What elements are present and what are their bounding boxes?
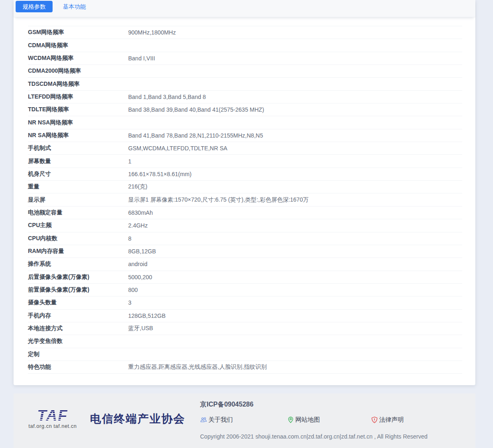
spec-label: 特色功能 xyxy=(28,363,128,371)
org-name: 电信终端产业协会 xyxy=(90,411,185,426)
spec-value: Band 38,Band 39,Band 40,Band 41(2575-263… xyxy=(128,106,264,113)
spec-label: WCDMA网络频率 xyxy=(28,55,128,62)
table-row: 手机制式 GSM,WCDMA,LTEFDD,TDLTE,NR SA xyxy=(28,142,462,155)
spec-label: CPU内核数 xyxy=(28,235,128,242)
table-row: 摄像头数量 3 xyxy=(28,296,462,309)
spec-label: 前置摄像头像素(万像素) xyxy=(28,286,128,294)
table-row: 机身尺寸 166.61×78.51×8.61(mm) xyxy=(28,168,462,181)
table-row: LTEFDD网络频率 Band 1,Band 3,Band 5,Band 8 xyxy=(28,91,462,103)
spec-label: TDSCDMA网络频率 xyxy=(28,80,128,88)
taf-logo: TAF taf.org.cn taf.net.cn xyxy=(22,408,83,429)
table-row: NR SA网络频率 Band 41,Band 78,Band 28,N1,211… xyxy=(28,129,462,142)
spec-label: CDMA网络频率 xyxy=(28,42,128,49)
spec-label: NR NSA网络频率 xyxy=(28,119,128,126)
spec-value: 800 xyxy=(128,287,138,293)
table-row: 本地连接方式 蓝牙,USB xyxy=(28,322,462,335)
spec-label: 后置摄像头像素(万像素) xyxy=(28,273,128,281)
spec-label: 定制 xyxy=(28,351,128,358)
location-pin-icon xyxy=(287,416,294,423)
table-row: 操作系统 android xyxy=(28,258,462,271)
footer-link-legal[interactable]: 法律声明 xyxy=(371,416,404,424)
spec-label: 操作系统 xyxy=(28,260,128,268)
spec-label: 手机内存 xyxy=(28,312,128,319)
spec-value: 8GB,12GB xyxy=(128,248,156,255)
table-row: 电池额定容量 6830mAh xyxy=(28,207,462,219)
copyright-text: Copyright 2006-2021 shouji.tenaa.com.cn|… xyxy=(200,433,428,440)
spec-label: GSM网络频率 xyxy=(28,29,128,36)
spec-value: 8 xyxy=(128,235,131,242)
footer-link-sitemap[interactable]: 网站地图 xyxy=(287,416,320,424)
table-row: WCDMA网络频率 Band I,VIII xyxy=(28,52,462,65)
taf-logo-text: TAF xyxy=(37,408,68,423)
spec-label: 本地连接方式 xyxy=(28,325,128,332)
table-row: 特色功能 重力感应器,距离感应器,光线感应器,人脸识别,指纹识别 xyxy=(28,361,462,374)
spec-value: Band 1,Band 3,Band 5,Band 8 xyxy=(128,94,206,100)
footer: TAF taf.org.cn taf.net.cn 电信终端产业协会 京ICP备… xyxy=(14,393,475,448)
tab-bar: 规格参数 基本功能 xyxy=(14,0,475,17)
spec-value: android xyxy=(128,261,147,267)
tab-spec-params[interactable]: 规格参数 xyxy=(16,1,53,12)
spec-label: NR SA网络频率 xyxy=(28,132,128,139)
table-row: 光学变焦倍数 xyxy=(28,335,462,348)
table-row: 手机内存 128GB,512GB xyxy=(28,310,462,322)
table-row: TDSCDMA网络频率 xyxy=(28,78,462,90)
table-row: CDMA2000网络频率 xyxy=(28,65,462,78)
spec-label: 显示屏 xyxy=(28,196,128,204)
table-row: 前置摄像头像素(万像素) 800 xyxy=(28,284,462,296)
spec-label: 手机制式 xyxy=(28,145,128,152)
table-row: 定制 xyxy=(28,348,462,361)
table-row: 显示屏 显示屏1 屏幕像素:1570×720,尺寸:6.75 (英寸),类型:,… xyxy=(28,193,462,206)
table-row: NR NSA网络频率 xyxy=(28,116,462,129)
table-row: GSM网络频率 900MHz,1800MHz xyxy=(28,26,462,39)
table-row: 重量 216(克) xyxy=(28,181,462,193)
spec-value: 6830mAh xyxy=(128,209,153,216)
icp-number: 京ICP备09045286 xyxy=(200,400,253,409)
footer-link-label: 网站地图 xyxy=(295,416,320,424)
spec-card: 规格参数 基本功能 GSM网络频率 900MHz,1800MHz CDMA网络频… xyxy=(14,0,475,385)
footer-link-label: 关于我们 xyxy=(208,416,233,424)
footer-link-label: 法律声明 xyxy=(379,416,404,424)
footer-link-about[interactable]: 关于我们 xyxy=(200,416,233,424)
spec-value: 5000,200 xyxy=(128,274,152,280)
spec-value: 128GB,512GB xyxy=(128,312,166,319)
spec-value: 900MHz,1800MHz xyxy=(128,29,176,36)
table-row: TDLTE网络频率 Band 38,Band 39,Band 40,Band 4… xyxy=(28,103,462,116)
spec-label: 机身尺寸 xyxy=(28,170,128,178)
table-row: 屏幕数量 1 xyxy=(28,155,462,168)
table-row: CPU内核数 8 xyxy=(28,232,462,245)
spec-table: GSM网络频率 900MHz,1800MHz CDMA网络频率 WCDMA网络频… xyxy=(28,26,462,374)
spec-value: Band I,VIII xyxy=(128,55,155,62)
spec-label: CPU主频 xyxy=(28,222,128,229)
spec-value: Band 41,Band 78,Band 28,N1,2110-2155MHz,… xyxy=(128,132,263,139)
spec-value: 蓝牙,USB xyxy=(128,325,153,332)
users-icon xyxy=(200,416,207,423)
spec-value: 1 xyxy=(128,158,131,165)
tab-basic-functions[interactable]: 基本功能 xyxy=(56,1,93,12)
spec-label: 屏幕数量 xyxy=(28,158,128,165)
spec-value: 166.61×78.51×8.61(mm) xyxy=(128,171,191,177)
table-row: CPU主频 2.4GHz xyxy=(28,219,462,232)
shield-warning-icon xyxy=(371,416,378,423)
spec-label: LTEFDD网络频率 xyxy=(28,93,128,101)
spec-label: CDMA2000网络频率 xyxy=(28,67,128,75)
spec-label: RAM内存容量 xyxy=(28,248,128,255)
spec-value: 3 xyxy=(128,299,131,306)
spec-value: 显示屏1 屏幕像素:1570×720,尺寸:6.75 (英寸),类型:,彩色屏色… xyxy=(128,196,309,204)
table-row: 后置摄像头像素(万像素) 5000,200 xyxy=(28,271,462,284)
taf-logo-domains: taf.org.cn taf.net.cn xyxy=(22,423,83,429)
spec-label: TDLTE网络频率 xyxy=(28,106,128,113)
spec-value: GSM,WCDMA,LTEFDD,TDLTE,NR SA xyxy=(128,145,227,152)
table-row: CDMA网络频率 xyxy=(28,39,462,52)
spec-label: 摄像头数量 xyxy=(28,299,128,306)
spec-label: 电池额定容量 xyxy=(28,209,128,216)
spec-label: 光学变焦倍数 xyxy=(28,338,128,345)
spec-value: 2.4GHz xyxy=(128,222,147,229)
spec-value: 重力感应器,距离感应器,光线感应器,人脸识别,指纹识别 xyxy=(128,363,267,371)
spec-label: 重量 xyxy=(28,183,128,191)
spec-value: 216(克) xyxy=(128,183,147,191)
table-row: RAM内存容量 8GB,12GB xyxy=(28,245,462,258)
footer-brand[interactable]: TAF taf.org.cn taf.net.cn 电信终端产业协会 xyxy=(22,408,185,429)
